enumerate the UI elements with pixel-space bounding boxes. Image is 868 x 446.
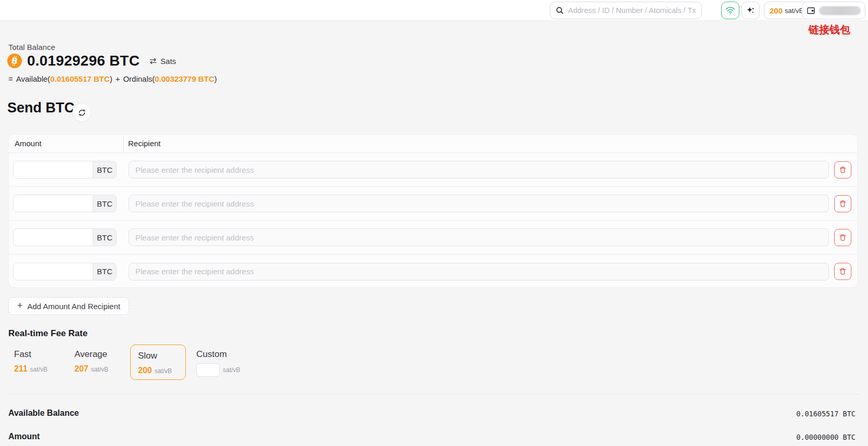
column-header-recipient: Recipient (128, 139, 161, 148)
page: 200 sat/vB 链接钱包 输入每份 分配的数量 输入目标钱包地址，如果只在… (0, 0, 868, 446)
add-amount-recipient-button[interactable]: + Add Amount And Recipient (8, 297, 129, 315)
fee-option-label: Fast (14, 349, 47, 360)
search-box[interactable] (550, 2, 702, 19)
sparkles-button[interactable] (741, 2, 760, 19)
recipient-input[interactable] (129, 263, 829, 281)
topbar: 200 sat/vB (0, 0, 868, 21)
amount-total-label: Amount (8, 432, 40, 441)
wifi-icon (725, 6, 735, 15)
fee-option-average[interactable]: Average 207 sat/vB (74, 349, 108, 374)
amount-input-group: BTC (13, 195, 117, 212)
send-row-4: BTC (9, 254, 857, 288)
fee-badge-unit: sat/vB (785, 7, 803, 15)
network-status-button[interactable] (721, 2, 739, 19)
column-header-amount: Amount (15, 139, 42, 148)
bitcoin-icon: B (7, 54, 22, 68)
ordinals-part: Ordinals(0.00323779 BTC) (123, 74, 217, 83)
trash-icon (839, 234, 847, 241)
total-balance-value: 0.01929296 BTC (27, 53, 140, 69)
trash-icon (839, 166, 847, 174)
sparkles-icon (746, 6, 755, 15)
amount-total-value: 0.00000000 BTC (796, 433, 856, 441)
trash-icon (839, 267, 847, 275)
column-divider (123, 136, 124, 152)
plus-sign: + (116, 74, 120, 83)
recipient-input[interactable] (129, 161, 829, 179)
fee-option-value: 211 (14, 364, 28, 374)
sats-toggle-button[interactable]: Sats (149, 57, 176, 66)
annotation-link-wallet: 链接钱包 (809, 23, 850, 37)
add-button-label: Add Amount And Recipient (28, 302, 120, 311)
sats-toggle-label: Sats (160, 57, 176, 66)
wallet-button[interactable] (802, 2, 865, 19)
send-row-3: BTC (9, 221, 857, 254)
amount-input[interactable] (14, 229, 93, 246)
available-value: 0.01605517 BTC (50, 74, 109, 83)
search-icon (556, 6, 564, 15)
currency-addon: BTC (93, 195, 116, 212)
delete-row-button[interactable] (834, 263, 851, 280)
balance-breakdown: = Available(0.01605517 BTC) + Ordinals(0… (8, 74, 217, 83)
amount-input[interactable] (14, 263, 93, 280)
custom-fee-input[interactable] (196, 363, 220, 377)
table-header: Amount Recipient (9, 135, 857, 153)
wallet-icon (807, 6, 815, 15)
fee-option-slow-selected[interactable]: Slow 200 sat/vB (130, 345, 186, 380)
search-input[interactable] (568, 6, 696, 15)
amount-input-group: BTC (13, 228, 117, 246)
total-balance-label: Total Balance (8, 43, 55, 52)
amount-input-group: BTC (13, 263, 117, 281)
fee-option-unit: sat/vB (223, 366, 240, 374)
send-row-2: BTC (9, 187, 857, 221)
summary-divider (8, 394, 860, 394)
plus-icon: + (17, 301, 23, 310)
fee-option-unit: sat/vB (91, 366, 108, 373)
fee-option-label: Custom (196, 349, 240, 360)
send-row-1: BTC (9, 153, 857, 187)
fee-option-value: 207 (74, 364, 89, 374)
fee-option-label: Slow (138, 351, 178, 361)
total-balance-row: B 0.01929296 BTC Sats (7, 53, 176, 69)
refresh-icon (78, 108, 86, 117)
swap-icon (149, 58, 157, 65)
amount-input-group: BTC (13, 161, 117, 179)
fee-option-value: 200 (138, 366, 152, 375)
equals-sign: = (8, 74, 13, 83)
available-balance-value: 0.01605517 BTC (796, 410, 856, 418)
currency-addon: BTC (93, 263, 116, 280)
available-part: Available(0.01605517 BTC) (16, 74, 112, 83)
amount-input[interactable] (14, 195, 93, 212)
delete-row-button[interactable] (834, 229, 851, 246)
delete-row-button[interactable] (834, 195, 851, 212)
page-title: Send BTC (7, 100, 74, 116)
currency-addon: BTC (93, 161, 116, 178)
fee-rate-title: Real-time Fee Rate (8, 328, 87, 339)
ordinals-value: 0.00323779 BTC (155, 74, 214, 83)
fee-option-custom[interactable]: Custom sat/vB (196, 349, 240, 377)
fee-option-fast[interactable]: Fast 211 sat/vB (14, 349, 47, 374)
fee-option-unit: sat/vB (30, 366, 47, 373)
trash-icon (839, 200, 847, 208)
fee-badge-value: 200 (770, 6, 783, 15)
recipient-input[interactable] (129, 195, 829, 212)
delete-row-button[interactable] (834, 161, 851, 179)
wallet-address-redacted (819, 6, 861, 15)
recipient-input[interactable] (129, 228, 829, 246)
currency-addon: BTC (93, 229, 116, 246)
send-rows-card: Amount Recipient BTC (8, 134, 858, 288)
fee-option-unit: sat/vB (155, 367, 172, 375)
amount-input[interactable] (14, 161, 93, 178)
available-balance-label: Available Balance (8, 409, 79, 418)
refresh-button[interactable] (72, 103, 91, 122)
fee-option-label: Average (74, 349, 108, 360)
